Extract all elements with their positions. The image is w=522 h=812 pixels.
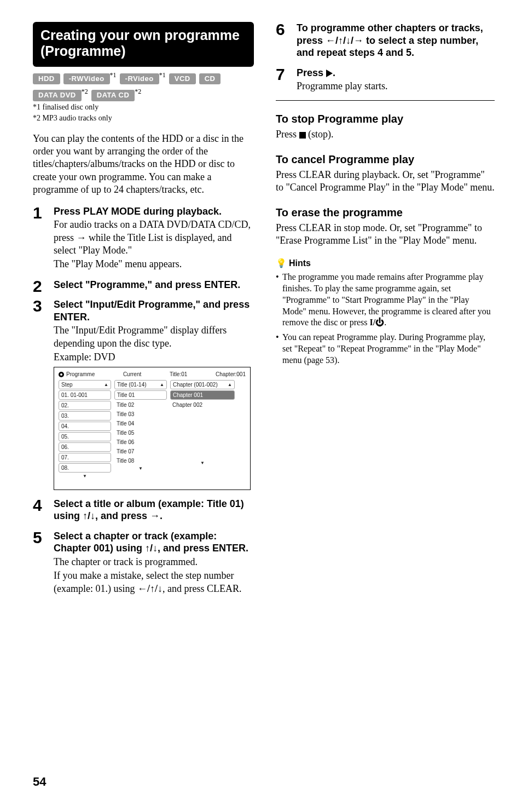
stop-body: Press (stop). [276, 128, 495, 141]
prog-col2-r2: Title 03 [114, 410, 167, 418]
step-2-number: 2 [33, 275, 42, 297]
page-number: 54 [33, 774, 46, 790]
disc-type-badges-row2: DATA DVD*2 DATA CD*2 [33, 88, 254, 101]
arrow-all-icon: ←/↑/↓/→ [326, 35, 363, 46]
step-7-number: 7 [276, 64, 285, 85]
hint-2: You can repeat Programme play. During Pr… [276, 332, 495, 366]
step-1: 1 Press PLAY MODE during playback. For a… [33, 205, 254, 271]
erase-body: Press CLEAR in stop mode. Or, set "Progr… [276, 222, 495, 247]
step-1-body-2: The "Play Mode" menu appears. [54, 258, 254, 270]
prog-current: Current [123, 371, 141, 378]
step-2-heading: Select "Programme," and press ENTER. [54, 279, 254, 291]
step-6: 6 To programme other chapters or tracks,… [276, 22, 495, 59]
badge-rwvideo-note: *1 [110, 71, 117, 79]
play-icon [326, 70, 333, 77]
step-4-number: 4 [33, 494, 42, 516]
step-5-body-1: The chapter or track is programmed. [54, 556, 254, 568]
disc-type-badges: HDD -RWVideo*1 -RVideo*1 VCD CD [33, 71, 254, 85]
bulb-icon: 💡 [276, 258, 287, 268]
badge-datacd: DATA CD [91, 90, 135, 101]
step-2: 2 Select "Programme," and press ENTER. [33, 279, 254, 291]
programme-list-screenshot: Programme Current Title:01 Chapter:001 S… [54, 367, 251, 489]
erase-heading: To erase the programme [276, 205, 495, 220]
step-3-body-2: Example: DVD [54, 351, 254, 364]
arrow-updown-icon: ↑/↓ [83, 510, 95, 521]
hints-label: 💡Hints [276, 258, 495, 269]
prog-col1-r5: 06. [59, 442, 111, 452]
section-title-text: Creating your own programme (Programme) [40, 27, 246, 59]
badge-datadvd: DATA DVD [33, 90, 82, 101]
arrow-updown-icon: ↑/↓ [145, 543, 158, 554]
prog-col2-r6: Title 07 [114, 447, 167, 456]
arrow-right-icon: → [150, 510, 160, 521]
prog-col2-head: Title (01-14)▲ [114, 380, 167, 389]
footnote-1: *1 finalised disc only [33, 102, 254, 112]
step-5: 5 Select a chapter or track (example: Ch… [33, 530, 254, 595]
step-7-heading: Press . [297, 67, 495, 79]
badge-vcd: VCD [169, 73, 196, 85]
step-4-heading: Select a title or album (example: Title … [54, 498, 254, 522]
step-7-body: Programme play starts. [297, 80, 495, 93]
badge-rwvideo: -RWVideo [63, 73, 110, 85]
prog-col1-r0: 01. 01-001 [59, 390, 111, 400]
prog-col2-r0: Title 01 [114, 390, 167, 400]
step-5-heading: Select a chapter or track (example: Chap… [54, 530, 254, 555]
prog-col1-head: Step▲ [59, 380, 111, 389]
section-title: Creating your own programme (Programme) [33, 22, 254, 67]
prog-col3-r0: Chapter 001 [170, 390, 235, 400]
prog-col2-r1: Title 02 [114, 401, 167, 409]
divider [276, 100, 495, 101]
prog-col2-r4: Title 05 [114, 429, 167, 437]
hint-1: The programme you made remains after Pro… [276, 272, 495, 329]
step-6-heading: To programme other chapters or tracks, p… [297, 22, 495, 59]
step-3-body-1: The "Input/Edit Programme" display diffe… [54, 324, 254, 350]
badge-datacd-note: *2 [135, 88, 141, 95]
prog-title: Programme [66, 371, 95, 378]
prog-col1-r7: 08. [59, 463, 111, 473]
prog-col1-r1: 02. [59, 401, 111, 410]
step-7: 7 Press . Programme play starts. [276, 67, 495, 93]
prog-col2-r5: Title 06 [114, 438, 167, 446]
prog-chapter-no: Chapter:001 [216, 371, 246, 378]
power-icon: I/⏻ [370, 318, 385, 327]
prog-col3-r1: Chapter 002 [170, 401, 235, 409]
badge-hdd: HDD [33, 73, 60, 85]
step-6-number: 6 [276, 19, 285, 40]
prog-title-no: Title:01 [170, 371, 187, 378]
prog-col1-r6: 07. [59, 453, 111, 462]
step-3-heading: Select "Input/Edit Programme," and press… [54, 298, 254, 323]
step-5-body-2: If you make a mistake, select the step n… [54, 569, 254, 595]
intro-paragraph: You can play the contents of the HDD or … [33, 133, 254, 197]
step-3-number: 3 [33, 295, 42, 316]
cancel-heading: To cancel Programme play [276, 152, 495, 166]
prog-col1-r4: 05. [59, 432, 111, 441]
badge-datadvd-note: *2 [82, 88, 88, 95]
prog-col2-r7: Title 08 [114, 457, 167, 465]
step-1-body: For audio tracks on a DATA DVD/DATA CD/C… [54, 218, 254, 257]
badge-rvideo-note: *1 [159, 71, 166, 79]
step-3: 3 Select "Input/Edit Programme," and pre… [33, 298, 254, 490]
disc-icon [59, 372, 64, 377]
footnote-2: *2 MP3 audio tracks only [33, 113, 254, 123]
badge-rvideo: -RVideo [120, 73, 159, 85]
arrow-right-icon: → [77, 232, 86, 243]
prog-col2-r3: Title 04 [114, 419, 167, 428]
prog-col1-r2: 03. [59, 411, 111, 421]
step-5-number: 5 [33, 527, 42, 548]
arrow-leftupdown-icon: ←/↑/↓ [137, 583, 163, 594]
step-1-number: 1 [33, 202, 42, 223]
step-4: 4 Select a title or album (example: Titl… [33, 498, 254, 522]
badge-cd: CD [199, 73, 221, 85]
prog-col3-head: Chapter (001-002)▲ [170, 380, 235, 389]
prog-col1-r3: 04. [59, 422, 111, 431]
stop-icon [299, 132, 306, 139]
stop-heading: To stop Programme play [276, 112, 495, 126]
cancel-body: Press CLEAR during playback. Or, set "Pr… [276, 169, 495, 194]
step-1-heading: Press PLAY MODE during playback. [54, 205, 254, 218]
